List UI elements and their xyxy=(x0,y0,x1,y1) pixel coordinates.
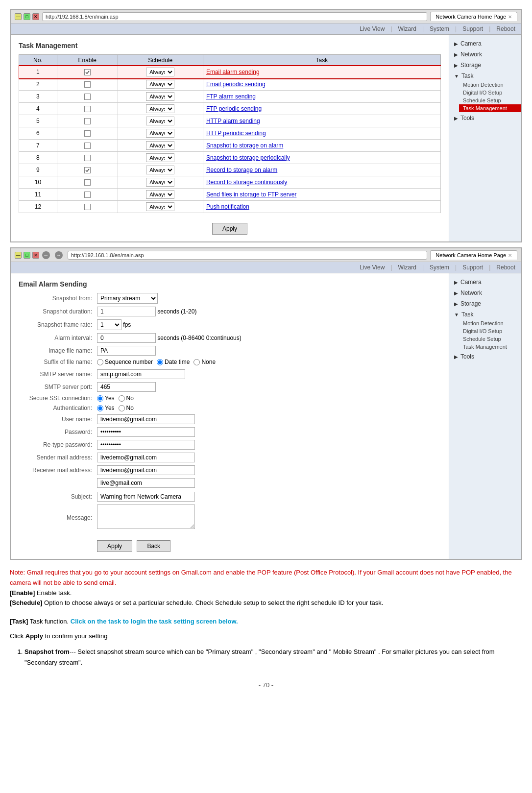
forward-nav-icon[interactable]: → xyxy=(55,251,63,259)
input-password[interactable] xyxy=(97,427,195,437)
nav-system[interactable]: System xyxy=(430,25,449,32)
input-retype-password[interactable] xyxy=(97,440,195,450)
cell-schedule-select[interactable]: Always xyxy=(146,190,174,199)
radio-auth-no[interactable]: No xyxy=(119,405,134,411)
input-subject[interactable] xyxy=(97,492,195,502)
apply-button-bottom[interactable]: Apply xyxy=(97,540,132,552)
maximize-btn-2[interactable]: □ xyxy=(24,252,30,259)
tab-close-icon[interactable]: ✕ xyxy=(508,14,512,20)
cell-task[interactable]: Push notification xyxy=(203,201,440,213)
cell-task[interactable]: HTTP alarm sending xyxy=(203,115,440,127)
browser-tab-2[interactable]: Network Camera Home Page ✕ xyxy=(430,250,517,260)
sidebar-item-camera-b[interactable]: ▶ Camera xyxy=(449,277,521,287)
minimize-btn[interactable]: — xyxy=(15,13,22,20)
nav-wizard-2[interactable]: Wizard xyxy=(398,264,416,271)
input-snapshot-duration[interactable] xyxy=(97,307,156,316)
cell-schedule-select[interactable]: Always xyxy=(146,178,174,187)
address-bar[interactable]: http://192.168.1.8/en/main.asp xyxy=(42,12,427,21)
input-receiver1[interactable] xyxy=(97,465,195,475)
input-sender[interactable] xyxy=(97,453,195,462)
cell-enable-checkbox[interactable] xyxy=(84,69,91,75)
sidebar-item-network-b[interactable]: ▶ Network xyxy=(449,288,521,298)
radio-auth-yes[interactable]: Yes xyxy=(97,405,115,411)
nav-liveview[interactable]: Live View xyxy=(360,25,385,32)
radio-ssl-no[interactable]: No xyxy=(119,395,134,402)
nav-reboot[interactable]: Reboot xyxy=(496,25,515,32)
cell-enable-checkbox[interactable] xyxy=(84,167,91,173)
sidebar-sub-schedule-b[interactable]: Schedule Setup xyxy=(459,335,521,343)
cell-task[interactable]: FTP periodic sending xyxy=(203,103,440,115)
cell-enable-checkbox[interactable] xyxy=(84,118,91,124)
close-btn[interactable]: ✕ xyxy=(32,13,39,20)
cell-schedule-select[interactable]: Always xyxy=(146,166,174,174)
cell-task[interactable]: Snapshot to storage periodically xyxy=(203,152,440,164)
cell-schedule-select[interactable]: Always xyxy=(146,92,174,101)
maximize-btn[interactable]: □ xyxy=(24,13,30,20)
sidebar-sub-motion-b[interactable]: Motion Detection xyxy=(459,319,521,327)
nav-support-2[interactable]: Support xyxy=(462,264,483,271)
cell-enable-checkbox[interactable] xyxy=(84,192,91,198)
cell-schedule-select[interactable]: Always xyxy=(146,80,174,89)
cell-schedule-select[interactable]: Always xyxy=(146,202,174,211)
nav-wizard[interactable]: Wizard xyxy=(398,25,416,32)
cell-enable-checkbox[interactable] xyxy=(84,94,91,100)
radio-sequence[interactable]: Sequence number xyxy=(97,359,153,365)
input-smtp-server[interactable] xyxy=(97,369,185,379)
cell-enable-checkbox[interactable] xyxy=(84,81,91,88)
cell-schedule-select[interactable]: Always xyxy=(146,68,174,76)
cell-enable-checkbox[interactable] xyxy=(84,130,91,137)
sidebar-sub-taskmanagement-b[interactable]: Task Management xyxy=(459,343,521,351)
sidebar-sub-motion[interactable]: Motion Detection xyxy=(459,81,521,89)
close-btn-2[interactable]: ✕ xyxy=(32,252,39,259)
input-image-filename[interactable] xyxy=(97,346,156,356)
cell-task[interactable]: Record to storage on alarm xyxy=(203,164,440,176)
radio-ssl-yes[interactable]: Yes xyxy=(97,395,115,402)
nav-liveview-2[interactable]: Live View xyxy=(360,264,385,271)
sidebar-item-camera[interactable]: ▶ Camera xyxy=(449,39,521,48)
cell-task[interactable]: Record to storage continuously xyxy=(203,176,440,189)
back-button-bottom[interactable]: Back xyxy=(137,540,170,552)
sidebar-item-storage-b[interactable]: ▶ Storage xyxy=(449,299,521,309)
input-message[interactable] xyxy=(97,505,195,529)
cell-schedule-select[interactable]: Always xyxy=(146,153,174,162)
cell-enable-checkbox[interactable] xyxy=(84,143,91,149)
sidebar-sub-digital[interactable]: Digital I/O Setup xyxy=(459,89,521,96)
nav-system-2[interactable]: System xyxy=(430,264,449,271)
cell-task[interactable]: Send files in storage to FTP server xyxy=(203,189,440,201)
sidebar-item-storage[interactable]: ▶ Storage xyxy=(449,60,521,70)
cell-enable-checkbox[interactable] xyxy=(84,179,91,186)
sidebar-sub-digital-b[interactable]: Digital I/O Setup xyxy=(459,327,521,335)
back-nav-icon[interactable]: ← xyxy=(42,251,50,259)
sidebar-item-task[interactable]: ▼ Task xyxy=(449,71,521,81)
cell-task[interactable]: HTTP periodic sending xyxy=(203,127,440,140)
tab-close-icon-2[interactable]: ✕ xyxy=(508,253,512,258)
cell-schedule-select[interactable]: Always xyxy=(146,141,174,150)
cell-schedule-select[interactable]: Always xyxy=(146,129,174,138)
select-snapshot-from[interactable]: Primary stream Secondary stream Mobile S… xyxy=(97,293,158,304)
browser-tab[interactable]: Network Camera Home Page ✕ xyxy=(430,12,517,21)
cell-task[interactable]: Snapshot to storage on alarm xyxy=(203,140,440,152)
sidebar-item-task-b[interactable]: ▼ Task xyxy=(449,310,521,319)
input-username[interactable] xyxy=(97,414,195,424)
input-alarm-interval[interactable] xyxy=(97,333,156,343)
cell-task[interactable]: Email periodic sending xyxy=(203,78,440,91)
input-smtp-port[interactable] xyxy=(97,382,156,392)
cell-schedule-select[interactable]: Always xyxy=(146,104,174,113)
sidebar-item-tools-b[interactable]: ▶ Tools xyxy=(449,352,521,361)
radio-datetime[interactable]: Date time xyxy=(157,359,190,365)
cell-enable-checkbox[interactable] xyxy=(84,106,91,112)
sidebar-sub-taskmanagement[interactable]: Task Management xyxy=(459,104,521,112)
radio-none[interactable]: None xyxy=(193,359,216,365)
apply-button-top[interactable]: Apply xyxy=(212,223,247,235)
sidebar-item-network[interactable]: ▶ Network xyxy=(449,49,521,59)
address-bar-2[interactable]: http://192.168.1.8/en/main.asp xyxy=(68,251,427,260)
select-frame-rate[interactable]: 1 xyxy=(97,319,121,330)
cell-task[interactable]: FTP alarm sending xyxy=(203,91,440,103)
cell-schedule-select[interactable]: Always xyxy=(146,117,174,125)
sidebar-sub-schedule[interactable]: Schedule Setup xyxy=(459,96,521,104)
nav-support[interactable]: Support xyxy=(462,25,483,32)
minimize-btn-2[interactable]: — xyxy=(15,252,22,259)
cell-enable-checkbox[interactable] xyxy=(84,155,91,161)
input-receiver2[interactable] xyxy=(97,478,195,488)
nav-reboot-2[interactable]: Reboot xyxy=(496,264,515,271)
